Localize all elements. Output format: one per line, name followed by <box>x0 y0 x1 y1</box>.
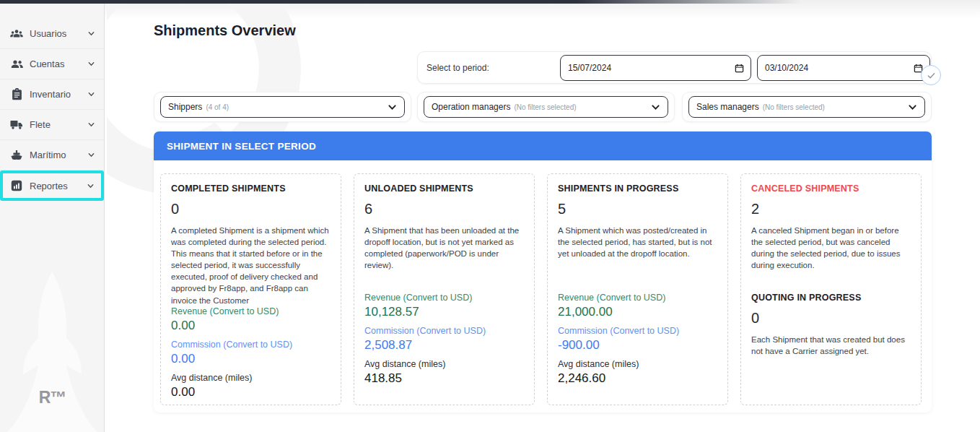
chevron-down-icon <box>651 103 660 112</box>
sidebar-item-inventario[interactable]: Inventario <box>0 79 104 110</box>
apply-period-button[interactable] <box>921 65 941 85</box>
chevron-down-icon <box>87 121 95 129</box>
sidebar-item-label: Marítimo <box>30 150 87 160</box>
card-metrics: QUOTING IN PROGRESS 0 Each Shipment that… <box>751 293 911 357</box>
sidebar-item-label: Cuentas <box>30 59 87 69</box>
chevron-down-icon <box>87 30 95 38</box>
date-to-value: 03/10/2024 <box>765 63 808 73</box>
metric-value: 2,508.87 <box>364 338 524 353</box>
card-metric: Commission (Convert to USD) 2,508.87 <box>364 326 524 353</box>
metric-label: Avg distance (miles) <box>171 373 331 383</box>
metric-value: -900.00 <box>558 338 717 353</box>
card-count: 2 <box>751 201 911 217</box>
card-metrics: Revenue (Convert to USD) 10,128.57 Commi… <box>364 293 524 386</box>
metric-value: 0.00 <box>171 385 331 399</box>
chevron-down-icon <box>87 90 95 98</box>
metric-value: 2,246.60 <box>558 371 717 386</box>
filter-select[interactable]: Sales managers (No filters selected) <box>688 96 925 118</box>
sidebar-item-usuarios[interactable]: Usuarios <box>0 19 104 49</box>
shipments-panel: SHIPMENT IN SELECT PERIOD COMPLETED SHIP… <box>154 131 932 412</box>
filters-row: Shippers (4 of 4) Operation managers (No… <box>0 92 980 122</box>
card-description: A completed Shipment is a shipment which… <box>171 225 331 306</box>
period-label: Select to period: <box>426 63 489 73</box>
filter-name: Shippers <box>168 102 202 112</box>
panel-banner: SHIPMENT IN SELECT PERIOD <box>154 131 932 160</box>
filter-card: Operation managers (No filters selected) <box>417 92 675 122</box>
sidebar-item-flete[interactable]: Flete <box>0 110 104 140</box>
card-description: A Shipment that has been unloaded at the… <box>364 225 524 293</box>
card-count: 5 <box>558 201 717 217</box>
metric-value: 0.00 <box>171 352 331 366</box>
card-metric: Avg distance (miles) 2,246.60 <box>558 359 717 386</box>
metric-value: 0.00 <box>171 319 331 333</box>
card-metric: Avg distance (miles) 0.00 <box>171 373 331 399</box>
secondary-section: QUOTING IN PROGRESS 0 Each Shipment that… <box>751 293 911 357</box>
filter-select[interactable]: Shippers (4 of 4) <box>160 96 405 118</box>
card-metrics: Revenue (Convert to USD) 21,000.00 Commi… <box>558 293 717 386</box>
filter-name: Operation managers <box>432 102 510 112</box>
card-metric: Revenue (Convert to USD) 21,000.00 <box>558 293 717 319</box>
sidebar-item-reportes[interactable]: Reportes <box>0 170 104 201</box>
calendar-icon[interactable] <box>735 64 744 73</box>
metric-label: Avg distance (miles) <box>558 359 717 369</box>
card-count: 0 <box>171 201 331 217</box>
reports-icon <box>10 179 23 192</box>
sidebar-nav: Usuarios Cuentas Inventario Flete Maríti… <box>0 0 104 201</box>
inventory-icon <box>10 88 23 101</box>
metric-label: Commission (Convert to USD) <box>364 326 524 336</box>
card-metric: Avg distance (miles) 418.85 <box>364 359 524 386</box>
users-group-icon <box>10 27 23 40</box>
filter-select[interactable]: Operation managers (No filters selected) <box>424 96 668 118</box>
metric-label: Revenue (Convert to USD) <box>364 293 524 303</box>
check-icon <box>927 71 936 80</box>
sidebar-item-label: Usuarios <box>30 28 87 39</box>
card-metric: Revenue (Convert to USD) 10,128.57 <box>364 293 524 319</box>
date-from-input[interactable]: 15/07/2024 <box>560 55 751 81</box>
metric-value: 418.85 <box>364 371 524 386</box>
card-metric: Commission (Convert to USD) -900.00 <box>558 326 717 353</box>
chevron-down-icon <box>87 151 95 159</box>
card-title: SHIPMENTS IN PROGRESS <box>558 183 717 194</box>
sidebar-item-label: Reportes <box>30 181 87 191</box>
metric-label: Commission (Convert to USD) <box>558 326 717 336</box>
filter-name: Sales managers <box>696 102 759 112</box>
sidebar-item-label: Inventario <box>30 89 87 100</box>
date-from-value: 15/07/2024 <box>568 63 611 73</box>
chevron-down-icon <box>87 60 95 68</box>
filter-note: (No filters selected) <box>514 103 651 111</box>
chevron-down-icon <box>388 103 397 112</box>
card-count: 6 <box>364 201 524 217</box>
card-metric: Revenue (Convert to USD) 0.00 <box>171 306 331 333</box>
brand-logo: R™ <box>0 388 105 407</box>
top-window-strip <box>0 0 801 4</box>
card-metrics: Revenue (Convert to USD) 0.00 Commission… <box>171 306 331 399</box>
accounts-icon <box>10 58 23 71</box>
date-to-input[interactable]: 03/10/2024 <box>757 55 930 81</box>
sidebar: Usuarios Cuentas Inventario Flete Maríti… <box>0 0 105 432</box>
metric-value: 10,128.57 <box>364 305 524 319</box>
card-title: UNLOADED SHIPMENTS <box>364 183 524 194</box>
card-title: CANCELED SHIPMENTS <box>751 183 911 194</box>
metric-label: Avg distance (miles) <box>364 359 524 369</box>
page-title: Shipments Overview <box>154 22 296 39</box>
filter-note: (4 of 4) <box>206 103 388 111</box>
sidebar-item-maritimo[interactable]: Marítimo <box>0 140 104 170</box>
card-title: COMPLETED SHIPMENTS <box>171 183 331 194</box>
panel-banner-title: SHIPMENT IN SELECT PERIOD <box>167 141 316 152</box>
shipment-summary-card: CANCELED SHIPMENTS 2 A canceled Shipment… <box>740 173 922 405</box>
metric-value: 21,000.00 <box>558 305 717 319</box>
secondary-description: Each Shipment that was created but does … <box>751 334 911 357</box>
shipment-summary-card: COMPLETED SHIPMENTS 0 A completed Shipme… <box>160 173 341 405</box>
metric-label: Revenue (Convert to USD) <box>558 293 717 303</box>
shipment-summary-card: UNLOADED SHIPMENTS 6 A Shipment that has… <box>354 173 535 405</box>
cards-row: COMPLETED SHIPMENTS 0 A completed Shipme… <box>154 160 932 405</box>
shipment-summary-card: SHIPMENTS IN PROGRESS 5 A Shipment which… <box>547 173 728 405</box>
filter-card: Sales managers (No filters selected) <box>682 92 932 122</box>
sidebar-item-cuentas[interactable]: Cuentas <box>0 49 104 79</box>
card-description: A Shipment which was posted/created in t… <box>558 225 717 293</box>
sidebar-item-label: Flete <box>30 119 87 130</box>
metric-label: Revenue (Convert to USD) <box>171 306 331 316</box>
secondary-count: 0 <box>751 310 911 327</box>
ship-icon <box>10 149 23 162</box>
filter-note: (No filters selected) <box>763 103 908 111</box>
